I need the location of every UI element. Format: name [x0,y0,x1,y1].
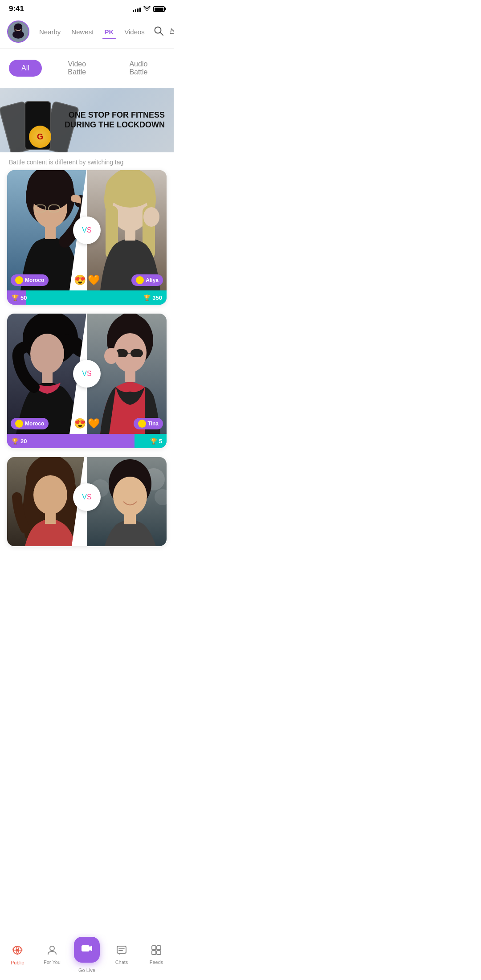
score-right-1: 🏆 350 [139,294,167,301]
filter-video-battle[interactable]: Video Battle [51,56,103,81]
emoji-hearts-1: 🧡 [88,274,100,286]
player-name-left-1: Moroco [25,277,44,283]
battle-images-3: VS [7,457,167,546]
svg-point-40 [33,475,67,514]
header: Nearby Newest PK Videos [0,17,174,48]
battery-icon [153,6,165,12]
trophy-icon-left-2: 🏆 [12,438,19,445]
svg-rect-28 [42,371,53,383]
banner-text: ONE STOP FOR FITNESS DURING THE LOCKDOWN [65,110,165,130]
battle-subtitle: Battle content is different by switching… [0,152,174,170]
player-avatar-right-2 [138,420,146,428]
svg-point-7 [171,28,172,29]
filter-all[interactable]: All [9,60,42,77]
score-bar-2: 🏆 20 🏆 5 [7,434,167,448]
emoji-hearts-2: 🧡 [88,418,100,429]
score-left-2: 🏆 20 [7,438,31,445]
player-name-left-2: Moroco [25,421,44,427]
score-bar-1: 🏆 50 🏆 350 [7,290,167,305]
svg-point-47 [113,477,147,516]
svg-point-24 [143,207,159,227]
nav-tabs: Nearby Newest PK Videos [34,26,150,37]
promo-banner[interactable]: G ONE STOP FOR FITNESS DURING THE LOCKDO… [0,88,174,152]
trophy-icon-right-2: 🏆 [150,438,157,445]
score-value-left-1: 50 [20,294,27,301]
tab-pk[interactable]: PK [99,26,119,37]
signal-icon [133,6,141,12]
battle-card-3[interactable]: VS [7,457,167,546]
score-value-right-2: 5 [159,438,162,445]
battle-emojis-1: 😍 🧡 [74,274,100,286]
status-icons [133,5,165,12]
score-left-1: 🏆 50 [7,294,31,301]
vs-badge-1: VS [73,216,101,244]
svg-point-4 [14,24,22,30]
svg-rect-36 [125,370,135,382]
wifi-icon [143,5,151,12]
tab-videos[interactable]: Videos [119,26,150,37]
vs-badge-3: VS [73,483,101,511]
svg-point-22 [106,170,155,208]
tab-nearby[interactable]: Nearby [34,26,66,37]
player-avatar-left-2 [15,420,23,428]
svg-rect-48 [124,513,136,524]
avatar[interactable] [7,20,29,43]
battle-card-1[interactable]: Moroco [7,170,167,305]
score-inner-2: 🏆 20 🏆 5 [7,434,167,448]
filter-tabs: All Video Battle Audio Battle [0,49,174,88]
svg-line-6 [160,33,163,35]
svg-rect-16 [45,226,56,239]
battle-card-2[interactable]: Moroco [7,314,167,448]
player-name-right-1: Aliya [146,277,159,283]
player-tag-left-1: Moroco [11,274,49,286]
vs-badge-2: VS [73,360,101,388]
trophy-icon-right-1: 🏆 [143,294,151,301]
svg-rect-34 [130,349,143,357]
tab-newest[interactable]: Newest [66,26,99,37]
battle-images-2: Moroco [7,314,167,434]
player-tag-left-2: Moroco [11,418,49,429]
battle-emojis-2: 😍 🧡 [74,418,100,429]
score-right-2: 🏆 5 [146,438,167,445]
player-tag-right-1: Aliya [131,274,163,286]
svg-rect-41 [45,513,56,524]
battle-images-1: Moroco [7,170,167,290]
trophy-icon-left-1: 🏆 [12,294,19,301]
banner-line2: DURING THE LOCKDOWN [65,120,165,130]
player-avatar-right-1 [136,276,144,284]
header-icons [154,26,174,38]
player-tag-right-2: Tina [134,418,163,429]
search-icon[interactable] [154,26,163,38]
player-name-right-2: Tina [148,421,159,427]
status-time: 9:41 [9,4,24,13]
crown-icon[interactable] [170,27,174,37]
player-avatar-left-1 [15,276,23,284]
emoji-heart-eyes-2: 😍 [74,418,86,429]
svg-point-27 [30,334,64,374]
score-inner-1: 🏆 50 🏆 350 [7,290,167,305]
status-bar: 9:41 [0,0,174,17]
gym-logo: G [29,126,51,148]
svg-point-2 [12,30,24,38]
filter-audio-battle[interactable]: Audio Battle [112,56,165,81]
banner-line1: ONE STOP FOR FITNESS [65,110,165,120]
score-value-left-2: 20 [20,438,27,445]
svg-rect-23 [125,228,135,241]
emoji-heart-eyes-1: 😍 [74,274,86,286]
score-value-right-1: 350 [152,294,162,301]
svg-point-37 [104,348,118,364]
